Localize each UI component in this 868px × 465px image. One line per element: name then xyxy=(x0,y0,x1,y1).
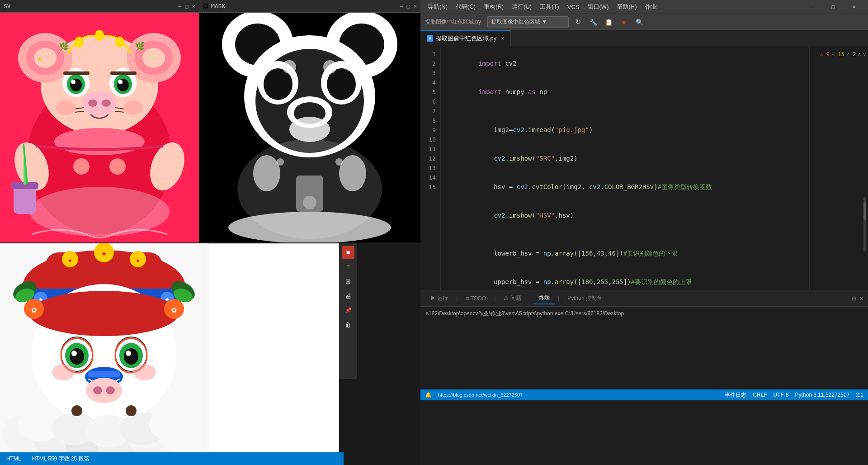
svg-text:✿: ✿ xyxy=(171,304,177,315)
svg-point-124 xyxy=(126,405,137,416)
tab-close-btn[interactable]: × xyxy=(501,35,504,42)
mask-minimize-btn[interactable]: — xyxy=(400,3,403,9)
svg-point-64 xyxy=(228,212,391,242)
csv-minimize-btn[interactable]: — xyxy=(178,3,181,9)
line-num-4: 4 xyxy=(420,78,440,87)
svg-point-43 xyxy=(73,158,90,175)
status-encoding[interactable]: UTF-8 xyxy=(774,392,789,398)
menu-nav[interactable]: 导航(N) xyxy=(424,1,451,12)
fold-down-btn[interactable]: ∨ xyxy=(863,51,866,57)
red-square-btn[interactable]: ■ xyxy=(342,246,354,259)
mask-window-title: MASK xyxy=(211,3,225,9)
line-numbers: 1 2 3 4 5 6 7 8 9 10 11 12 13 14 15 xyxy=(420,46,441,290)
ok-badge: ✓ 2 xyxy=(846,51,856,57)
toolbar-btn-2[interactable]: 📋 xyxy=(602,16,615,28)
delete-btn[interactable]: 🗑 xyxy=(342,318,354,331)
menu-homework[interactable]: 作业 xyxy=(642,1,660,12)
menu-code[interactable]: 代码(C) xyxy=(452,1,479,12)
svg-point-21 xyxy=(82,91,117,115)
svg-text:★: ★ xyxy=(136,256,140,264)
csv-maximize-btn[interactable]: □ xyxy=(185,3,189,9)
error-count-bar: ⚠ 9 ⚠ 15 ✓ 2 ∧ ∨ xyxy=(811,49,866,59)
svg-rect-68 xyxy=(296,176,323,212)
svg-text:★: ★ xyxy=(101,247,107,258)
tab-separator-4: | xyxy=(557,295,560,302)
line-num-11: 11 xyxy=(420,144,440,154)
tab-todo[interactable]: ≡ TODO xyxy=(461,294,492,304)
csv-window-titlebar: SV — □ × xyxy=(0,0,199,13)
status-crlf[interactable]: CRLF xyxy=(753,392,767,398)
mask-close-btn[interactable]: × xyxy=(414,3,417,9)
mask-image xyxy=(199,13,420,242)
menu-run[interactable]: 运行(U) xyxy=(508,1,535,12)
svg-point-29 xyxy=(123,100,143,115)
window-maximize-btn[interactable]: □ xyxy=(823,0,844,14)
fold-up-btn[interactable]: ∧ xyxy=(858,51,861,57)
tab-icon: P xyxy=(427,35,433,42)
menu-window[interactable]: 窗口(W) xyxy=(584,1,613,12)
code-line-8 xyxy=(448,230,809,239)
close-panel-btn[interactable]: × xyxy=(860,295,863,302)
search-toolbar-btn[interactable]: 🔍 xyxy=(633,16,646,28)
code-line-3 xyxy=(448,106,809,116)
settings-btn[interactable]: ⚙ xyxy=(851,295,857,302)
menu-lines-btn[interactable]: ≡ xyxy=(342,261,354,273)
menu-vcs[interactable]: VCS xyxy=(564,2,583,12)
window-close-btn[interactable]: × xyxy=(844,0,864,14)
svg-point-62 xyxy=(253,155,280,191)
run-config-dropdown[interactable]: 提取图像中红色区域 ▼ xyxy=(487,16,569,28)
svg-point-66 xyxy=(335,158,343,166)
line-num-9: 9 xyxy=(420,125,440,135)
pig-svg: ★ ★ xyxy=(0,13,199,242)
warning-badge: ⚠ 15 xyxy=(831,51,844,57)
editor-main: 1 2 3 4 5 6 7 8 9 10 11 12 13 14 15 impo… xyxy=(420,46,868,290)
tab-python-console[interactable]: Python 控制台 xyxy=(562,293,608,304)
tab-separator-2: | xyxy=(493,295,496,302)
svg-point-100 xyxy=(124,348,138,365)
menu-help[interactable]: 帮助(H) xyxy=(613,1,640,12)
grid-btn[interactable]: ⊞ xyxy=(342,275,354,288)
tab-terminal[interactable]: 终端 xyxy=(533,292,555,304)
status-event-log[interactable]: 事件日志 xyxy=(725,391,746,399)
svg-point-110 xyxy=(93,386,102,394)
tab-problems[interactable]: ⚠ 问题 xyxy=(498,293,526,304)
code-editor[interactable]: import cv2 import numpy as np img2=cv2.i… xyxy=(441,46,809,290)
toolbar-btn-3[interactable]: ■ xyxy=(618,16,630,28)
menubar: 导航(N) 代码(C) 重构(R) 运行(U) 工具(T) VCS 窗口(W) … xyxy=(420,0,868,14)
refresh-btn[interactable]: ↻ xyxy=(571,16,584,28)
window-minimize-btn[interactable]: — xyxy=(802,0,823,14)
tab-active[interactable]: P 提取图像中红色区域.py × xyxy=(420,30,511,46)
tab-run[interactable]: ▶ 运行 xyxy=(425,293,453,304)
line-num-5: 5 xyxy=(420,87,440,97)
line-num-8: 8 xyxy=(420,116,440,125)
mask-window-titlebar: 🖼 MASK — □ × xyxy=(199,0,420,13)
panel-tab-bar: ▶ 运行 | ≡ TODO | ⚠ 问题 | 终端 | Python 控制台 ⚙… xyxy=(420,290,868,307)
csv-close-btn[interactable]: × xyxy=(192,3,195,9)
pin-btn[interactable]: 📌 xyxy=(342,304,354,317)
bottom-panel: ▶ 运行 | ≡ TODO | ⚠ 问题 | 终端 | Python 控制台 ⚙… xyxy=(420,290,868,389)
code-line-6: hsv = cv2.cvtColor(img2, cv2.COLOR_BGR2H… xyxy=(448,173,809,201)
status-python[interactable]: Python 3.11.52272507 xyxy=(795,392,850,398)
print-btn[interactable]: 🖨 xyxy=(342,289,354,302)
terminal-content[interactable]: s182\Desktop\opencv作业\作业3\venv\Scripts\p… xyxy=(420,307,868,389)
mask-maximize-btn[interactable]: □ xyxy=(407,3,410,9)
editor-toolbar: 提取图像中红色区域.py 提取图像中红色区域 ▼ ↻ 🔧 📋 ■ 🔍 xyxy=(420,14,868,30)
word-count: HTML 559 字数 25 段落 xyxy=(32,455,90,463)
menu-refactor[interactable]: 重构(R) xyxy=(480,1,507,12)
editor-panel: 导航(N) 代码(C) 重构(R) 运行(U) 工具(T) VCS 窗口(W) … xyxy=(420,0,868,465)
svg-point-31 xyxy=(95,30,104,41)
line-num-1: 1 xyxy=(420,49,440,59)
status-notification[interactable]: 🔔 xyxy=(425,392,432,398)
svg-point-107 xyxy=(52,364,75,380)
svg-point-111 xyxy=(106,386,115,394)
mask-svg xyxy=(199,13,420,242)
menu-tools[interactable]: 工具(T) xyxy=(536,1,563,12)
toolbar-btn-1[interactable]: 🔧 xyxy=(587,16,599,28)
svg-point-109 xyxy=(86,378,122,403)
svg-point-90 xyxy=(29,291,179,336)
pig-cartoon-image: ★ ★ xyxy=(0,13,199,242)
svg-text:🌿: 🌿 xyxy=(135,41,145,51)
line-num-3: 3 xyxy=(420,68,440,78)
svg-point-33 xyxy=(54,128,145,155)
svg-point-18 xyxy=(118,80,123,84)
